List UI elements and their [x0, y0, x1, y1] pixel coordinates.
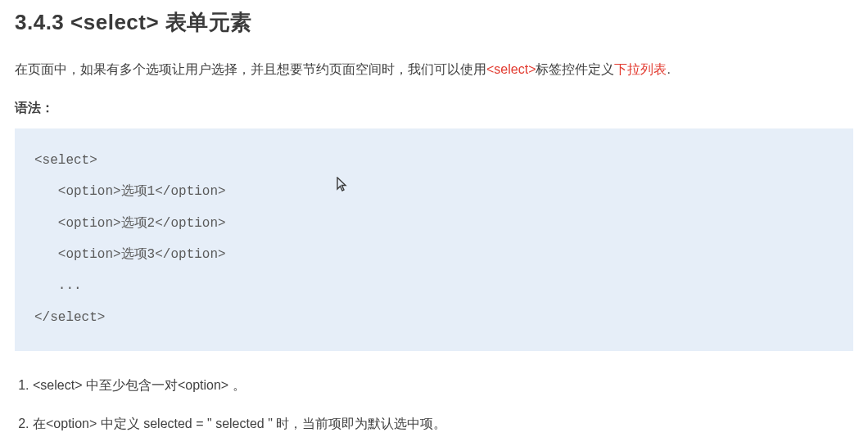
- code-line: <option>选项2</option>: [34, 208, 834, 239]
- intro-red-dropdown: 下拉列表: [614, 62, 667, 76]
- code-line: ...: [34, 270, 834, 301]
- section-heading: 3.4.3 <select> 表单元素: [15, 8, 853, 37]
- notes-list: <select> 中至少包含一对<option> 。 在<option> 中定义…: [15, 374, 853, 435]
- note-item: <select> 中至少包含一对<option> 。: [33, 374, 853, 396]
- code-line: </select>: [34, 302, 834, 333]
- code-block: <select> <option>选项1</option> <option>选项…: [15, 128, 853, 351]
- intro-text-2: 标签控件定义: [536, 62, 614, 76]
- code-line: <select>: [34, 145, 834, 176]
- code-line: <option>选项1</option>: [34, 176, 834, 207]
- intro-paragraph: 在页面中，如果有多个选项让用户选择，并且想要节约页面空间时，我们可以使用<sel…: [15, 58, 853, 82]
- document-page: 3.4.3 <select> 表单元素 在页面中，如果有多个选项让用户选择，并且…: [0, 8, 868, 446]
- note-item: 在<option> 中定义 selected = " selected " 时，…: [33, 412, 853, 435]
- syntax-label: 语法：: [15, 100, 853, 117]
- intro-red-select: <select>: [486, 62, 536, 76]
- intro-text-3: .: [667, 62, 670, 76]
- code-line: <option>选项3</option>: [34, 239, 834, 270]
- intro-text-1: 在页面中，如果有多个选项让用户选择，并且想要节约页面空间时，我们可以使用: [15, 62, 486, 76]
